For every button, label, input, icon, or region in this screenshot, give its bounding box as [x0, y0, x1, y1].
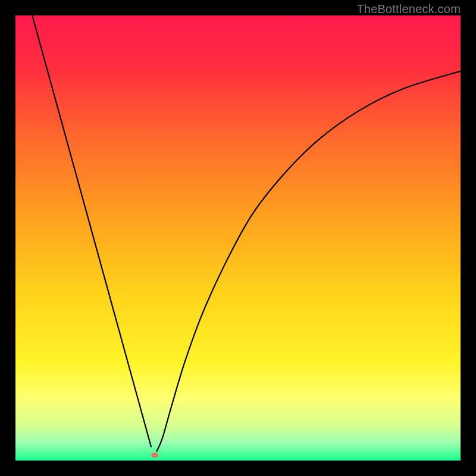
watermark-text: TheBottleneck.com	[356, 2, 461, 16]
chart-svg	[15, 15, 461, 461]
chart-frame	[15, 15, 461, 461]
minimum-marker	[151, 453, 158, 458]
